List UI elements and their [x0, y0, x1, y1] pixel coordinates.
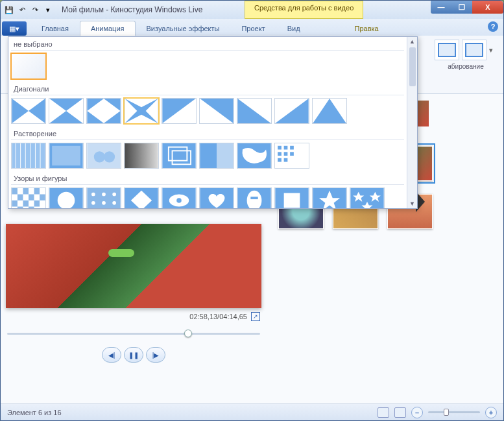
qat-customize-icon[interactable]: ▾ [42, 4, 54, 16]
transition-dissolve[interactable] [237, 143, 272, 169]
ribbon-group-panzoom: ▾ абирование [435, 40, 497, 90]
transition-diag[interactable] [274, 98, 309, 124]
transition-diag[interactable] [86, 98, 121, 124]
transition-pattern[interactable] [274, 187, 309, 208]
seek-slider[interactable] [7, 328, 260, 339]
qat-save-icon[interactable]: 💾 [3, 4, 15, 16]
view-mode-2-button[interactable] [394, 407, 406, 418]
svg-rect-58 [87, 188, 120, 208]
svg-rect-53 [34, 200, 40, 207]
transition-pattern[interactable] [11, 187, 46, 208]
help-button[interactable]: ? [488, 21, 498, 32]
svg-marker-15 [313, 99, 346, 123]
svg-point-64 [112, 201, 116, 205]
file-menu-button[interactable]: ▦▾ [2, 21, 27, 36]
svg-point-63 [102, 201, 106, 205]
panzoom-more-icon[interactable]: ▾ [489, 40, 497, 60]
next-frame-button[interactable]: |▶ [146, 347, 165, 363]
transition-diag[interactable] [237, 98, 272, 124]
svg-point-61 [112, 193, 116, 197]
panzoom-option-2[interactable] [462, 40, 486, 60]
svg-rect-41 [290, 152, 294, 156]
svg-marker-13 [237, 99, 270, 123]
transition-diag[interactable] [49, 98, 84, 124]
tab-view[interactable]: Вид [276, 21, 311, 36]
transition-dissolve[interactable] [86, 143, 121, 169]
svg-point-59 [91, 193, 95, 197]
svg-rect-33 [200, 143, 217, 168]
tab-home[interactable]: Главная [30, 21, 80, 36]
svg-rect-54 [18, 207, 23, 209]
svg-rect-37 [284, 146, 288, 150]
tab-edit[interactable]: Правка [344, 21, 390, 36]
transition-dissolve[interactable] [199, 143, 234, 169]
tab-project[interactable]: Проект [230, 21, 276, 36]
svg-rect-38 [290, 146, 294, 150]
transition-diag[interactable] [11, 98, 46, 124]
transition-pattern[interactable] [237, 187, 272, 208]
tab-visual-effects[interactable]: Визуальные эффекты [136, 21, 231, 36]
zoom-thumb-icon[interactable] [444, 409, 449, 416]
transition-diag[interactable] [312, 98, 347, 124]
transition-diag[interactable] [162, 98, 197, 124]
preview-video[interactable] [6, 224, 261, 308]
transition-dissolve[interactable] [162, 143, 197, 169]
gallery-scrollbar[interactable]: ▲ ▼ [407, 37, 417, 208]
svg-rect-24 [52, 146, 80, 165]
trans-category-none: не выбрано [11, 38, 404, 51]
view-mode-1-button[interactable] [378, 407, 389, 418]
svg-rect-52 [23, 200, 29, 207]
app-window: 💾 ↶ ↷ ▾ Мой фильм - Киностудия Windows L… [0, 0, 504, 421]
transition-pattern[interactable] [312, 187, 347, 208]
svg-marker-2 [49, 99, 82, 111]
svg-rect-75 [284, 193, 300, 208]
transition-diag[interactable] [124, 98, 159, 124]
transition-pattern[interactable] [162, 187, 197, 208]
panzoom-option-1[interactable] [435, 40, 459, 60]
scroll-up-icon[interactable]: ▲ [409, 38, 415, 45]
scroll-thumb[interactable] [409, 47, 416, 86]
zoom-in-button[interactable]: + [485, 407, 497, 418]
svg-marker-12 [200, 99, 233, 123]
prev-frame-button[interactable]: ◀| [102, 347, 121, 363]
scroll-down-icon[interactable]: ▼ [409, 200, 415, 207]
playback-controls: ◀| ❚❚ |▶ [6, 347, 261, 363]
maximize-button[interactable]: ❐ [451, 1, 472, 14]
transition-none[interactable] [11, 53, 46, 79]
transition-dissolve[interactable] [274, 143, 309, 169]
zoom-slider[interactable] [428, 411, 480, 413]
transition-pattern[interactable] [86, 187, 121, 208]
svg-rect-28 [125, 143, 158, 168]
seek-thumb-icon[interactable] [184, 330, 192, 337]
qat-redo-icon[interactable]: ↷ [29, 4, 41, 16]
trans-row-diagonals [11, 98, 404, 126]
zoom-out-button[interactable]: – [411, 407, 423, 418]
transition-diag[interactable] [199, 98, 234, 124]
trans-row-patterns [11, 187, 404, 208]
close-button[interactable]: X [472, 1, 503, 14]
transitions-scroll[interactable]: не выбрано Диагонали [8, 37, 407, 208]
svg-rect-39 [278, 152, 282, 156]
fullscreen-icon[interactable]: ↗ [251, 312, 260, 321]
transition-pattern[interactable] [199, 187, 234, 208]
titlebar: 💾 ↶ ↷ ▾ Мой фильм - Киностудия Windows L… [1, 1, 503, 19]
transition-pattern[interactable] [124, 187, 159, 208]
svg-marker-1 [29, 99, 45, 123]
ribbon-tab-row: ▦▾ Главная Анимация Визуальные эффекты П… [1, 19, 503, 36]
transition-pattern[interactable] [350, 187, 385, 208]
transition-pattern[interactable] [49, 187, 84, 208]
trans-category-diagonals: Диагонали [11, 83, 404, 95]
svg-rect-47 [34, 188, 40, 195]
transition-dissolve[interactable] [11, 143, 46, 169]
pause-button[interactable]: ❚❚ [124, 347, 143, 363]
svg-rect-51 [12, 200, 18, 207]
tab-animation[interactable]: Анимация [80, 21, 136, 36]
minimize-button[interactable]: — [431, 1, 451, 14]
status-text: Элемент 6 из 16 [7, 409, 62, 416]
transition-dissolve[interactable] [124, 143, 159, 169]
svg-rect-55 [29, 207, 34, 209]
svg-marker-11 [162, 99, 195, 123]
transition-dissolve[interactable] [49, 143, 84, 169]
svg-rect-42 [278, 158, 282, 162]
qat-undo-icon[interactable]: ↶ [16, 4, 28, 16]
